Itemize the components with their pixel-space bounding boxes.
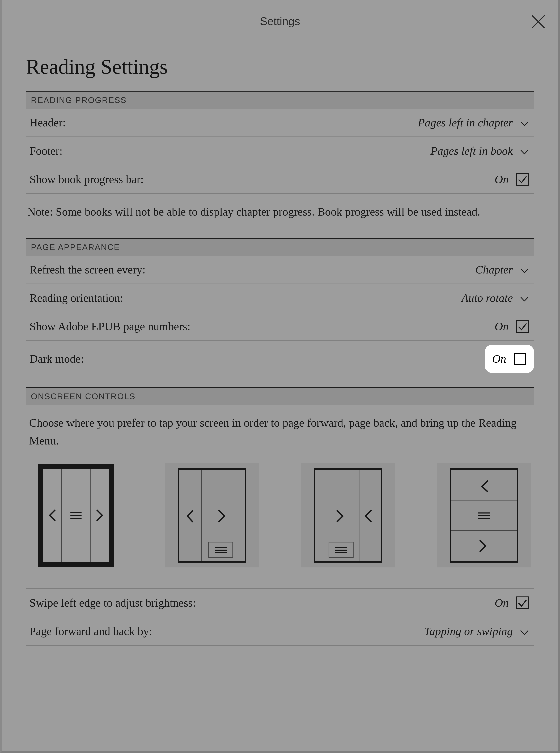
refresh-label: Refresh the screen every: xyxy=(29,263,145,276)
row-orientation[interactable]: Reading orientation: Auto rotate xyxy=(26,284,534,312)
chevron-down-icon xyxy=(520,265,529,274)
row-page-forward-back[interactable]: Page forward and back by: Tapping or swi… xyxy=(26,617,534,646)
header-value: Pages left in chapter xyxy=(418,116,513,129)
swipe-label: Swipe left edge to adjust brightness: xyxy=(29,596,196,609)
dark-mode-value: On xyxy=(492,352,506,365)
checkbox-checked-icon[interactable] xyxy=(516,172,529,186)
row-dark-mode[interactable]: Dark mode: On xyxy=(26,341,534,377)
pagefwd-label: Page forward and back by: xyxy=(29,625,152,638)
svg-rect-0 xyxy=(517,174,528,185)
modal-header: Settings xyxy=(2,0,558,43)
header-label: Header: xyxy=(29,116,66,129)
close-icon[interactable] xyxy=(531,14,546,29)
footer-label: Footer: xyxy=(29,144,63,158)
tap-layout-option-2[interactable] xyxy=(165,463,259,567)
svg-rect-2 xyxy=(515,353,525,364)
checkbox-checked-icon[interactable] xyxy=(516,320,529,333)
row-epub-numbers[interactable]: Show Adobe EPUB page numbers: On xyxy=(26,312,534,341)
swipe-value: On xyxy=(495,596,509,609)
dark-mode-label: Dark mode: xyxy=(29,352,84,365)
tap-layout-picker xyxy=(26,451,534,588)
progress-bar-label: Show book progress bar: xyxy=(29,173,144,186)
checkbox-unchecked-icon[interactable] xyxy=(513,352,527,366)
row-header-display[interactable]: Header: Pages left in chapter xyxy=(26,109,534,137)
modal-title: Settings xyxy=(260,15,300,28)
progress-bar-value: On xyxy=(495,173,509,186)
chevron-down-icon xyxy=(520,146,529,156)
page-title: Reading Settings xyxy=(26,55,534,79)
epub-label: Show Adobe EPUB page numbers: xyxy=(29,320,191,333)
row-swipe-brightness[interactable]: Swipe left edge to adjust brightness: On xyxy=(26,588,534,617)
tap-layout-option-1[interactable] xyxy=(29,463,123,567)
tap-layout-option-3[interactable] xyxy=(301,463,395,567)
chevron-down-icon xyxy=(520,293,529,303)
reading-progress-note: Note: Some books will not be able to dis… xyxy=(26,194,534,238)
epub-value: On xyxy=(495,320,509,333)
row-footer-display[interactable]: Footer: Pages left in book xyxy=(26,137,534,165)
tap-layout-option-4[interactable] xyxy=(437,463,531,567)
svg-rect-23 xyxy=(517,597,528,609)
row-refresh[interactable]: Refresh the screen every: Chapter xyxy=(26,256,534,284)
section-reading-progress: READING PROGRESS xyxy=(26,91,534,109)
chevron-down-icon xyxy=(520,627,529,636)
svg-rect-1 xyxy=(517,321,528,332)
chevron-down-icon xyxy=(520,118,529,127)
orientation-value: Auto rotate xyxy=(461,291,513,305)
pagefwd-value: Tapping or swiping xyxy=(424,625,513,638)
row-show-progress-bar[interactable]: Show book progress bar: On xyxy=(26,165,534,194)
checkbox-checked-icon[interactable] xyxy=(516,596,529,610)
refresh-value: Chapter xyxy=(475,263,513,276)
footer-value: Pages left in book xyxy=(431,144,513,158)
section-page-appearance: PAGE APPEARANCE xyxy=(26,238,534,256)
orientation-label: Reading orientation: xyxy=(29,291,123,305)
onscreen-note: Choose where you prefer to tap your scre… xyxy=(26,405,534,451)
section-onscreen-controls: ONSCREEN CONTROLS xyxy=(26,387,534,405)
